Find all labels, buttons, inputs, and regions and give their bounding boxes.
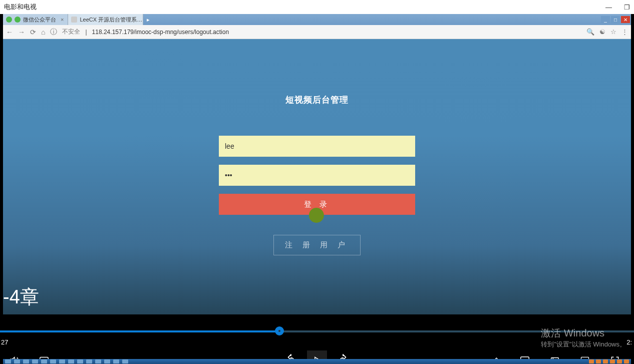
tab-label: 微信公众平台 [23,16,56,24]
menu-icon[interactable]: ⋮ [621,28,628,36]
favicon-icon [71,17,77,23]
star-icon[interactable]: ☆ [610,28,616,36]
url-text[interactable]: 118.24.157.179/imooc-dsp-mng/users/logou… [92,29,229,36]
windows-taskbar[interactable] [3,359,631,364]
close-icon[interactable]: ✕ [621,16,630,23]
windows-activation-watermark: 激活 Windows 转到"设置"以激活 Windows。 [541,326,626,349]
translate-icon[interactable]: ☯ [599,28,605,36]
browser-tabstrip: 微信公众平台 × LeeCX 开源后台管理系… × ▸ _ □ ✕ [3,14,631,25]
outer-window-titlebar: 电影和电视 — ❐ [0,0,634,14]
tab-label: LeeCX 开源后台管理系… [80,16,142,24]
reload-icon[interactable]: ⟳ [30,28,36,36]
time-elapsed: 27 [1,338,8,346]
minimize-icon[interactable]: _ [601,16,610,23]
login-button-label: 登 录 [304,200,330,208]
search-icon[interactable]: 🔍 [586,28,594,36]
time-total: 2: [626,338,632,346]
watermark-line1: 激活 Windows [541,326,626,340]
tab-close-icon[interactable]: × [61,17,64,23]
video-area: 微信公众平台 × LeeCX 开源后台管理系… × ▸ _ □ ✕ ← → ⟳ … [0,14,634,364]
maximize-icon[interactable]: □ [611,16,620,23]
chapter-overlay: -4章 [3,284,39,310]
page-title: 短视频后台管理 [219,94,415,106]
video-progress-fill [0,330,279,332]
login-form: 短视频后台管理 登 录 注 册 用 户 [219,94,415,255]
video-progress-bar[interactable] [0,330,634,332]
favicon-icon [6,17,12,23]
maximize-icon[interactable]: ❐ [624,4,630,11]
home-icon[interactable]: ⌂ [41,28,45,36]
outer-window-title: 电影和电视 [4,3,37,12]
favicon-icon [15,17,21,23]
forward-icon[interactable]: → [18,28,25,36]
cursor-indicator-icon [309,208,324,223]
back-icon[interactable]: ← [6,28,13,36]
browser-address-bar: ← → ⟳ ⌂ ⓘ 不安全 | 118.24.157.179/imooc-dsp… [3,25,631,39]
outer-window-controls: — ❐ [605,4,630,11]
inner-window-controls: _ □ ✕ [601,14,631,25]
browser-frame: 微信公众平台 × LeeCX 开源后台管理系… × ▸ _ □ ✕ ← → ⟳ … [3,14,631,314]
page-content: 短视频后台管理 登 录 注 册 用 户 [3,39,631,314]
browser-tab[interactable]: LeeCX 开源后台管理系… × [68,14,143,25]
video-progress-thumb[interactable] [275,326,284,335]
new-tab-button[interactable]: ▸ [143,14,153,25]
register-button-label: 注 册 用 户 [285,240,350,249]
minimize-icon[interactable]: — [605,4,612,11]
username-input[interactable] [219,136,415,157]
register-button[interactable]: 注 册 用 户 [273,235,361,255]
watermark-line2: 转到"设置"以激活 Windows。 [541,340,626,349]
info-icon[interactable]: ⓘ [50,28,57,37]
password-input[interactable] [219,165,415,186]
insecure-label: 不安全 [62,28,80,36]
login-button[interactable]: 登 录 [219,194,415,215]
browser-tab[interactable]: 微信公众平台 × [3,14,68,25]
